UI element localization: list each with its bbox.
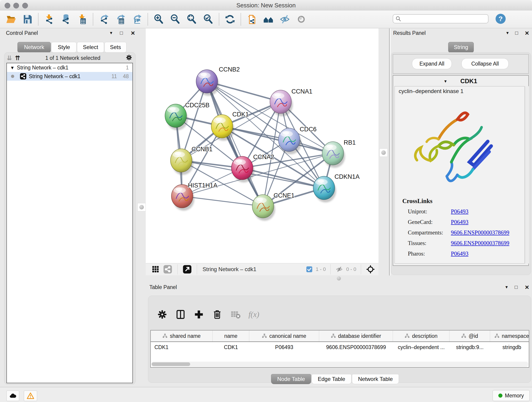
- network-node-ccna1[interactable]: [270, 90, 293, 116]
- table-row[interactable]: CDK1CDK1P064939606.ENSP00000378699cyclin…: [151, 342, 529, 352]
- results-panel-close-icon[interactable]: ✕: [525, 30, 529, 36]
- network-tree-row[interactable]: ▾ String Network – cdk1 1: [7, 63, 133, 72]
- expand-all-networks-icon[interactable]: ⇈: [15, 55, 20, 62]
- control-panel-float-icon[interactable]: □: [120, 30, 123, 36]
- column-header-shared-name[interactable]: shared name: [151, 331, 213, 341]
- tab-sets[interactable]: Sets: [104, 42, 127, 52]
- node-label-cdc25b: CDC25B: [185, 102, 210, 109]
- eye-icon[interactable]: [295, 13, 308, 26]
- zoom-in-icon[interactable]: [152, 13, 165, 26]
- hidden-eye-slash-icon[interactable]: [336, 266, 343, 273]
- table-panel-collapse-icon[interactable]: ▾: [505, 284, 508, 291]
- zoom-out-icon[interactable]: [169, 13, 182, 26]
- control-panel-collapse-icon[interactable]: ▾: [110, 30, 112, 36]
- birdseye-crosshair-icon[interactable]: [366, 265, 375, 274]
- hide-eye-icon[interactable]: [278, 13, 291, 26]
- add-column-icon[interactable]: [192, 308, 205, 321]
- network-tree-row[interactable]: String Network – cdk1 11 48: [7, 72, 133, 81]
- tree-expand-icon[interactable]: ▾: [11, 65, 14, 71]
- cell--id[interactable]: stringdb:9...: [450, 342, 490, 352]
- cell-name[interactable]: CDK1: [213, 342, 249, 352]
- show-columns-icon[interactable]: [174, 308, 187, 321]
- network-node-cdc6[interactable]: [278, 128, 301, 154]
- memory-label: Memory: [505, 393, 524, 399]
- crosslink-link[interactable]: 9606.ENSP00000378699: [451, 240, 509, 246]
- home-icon[interactable]: [262, 13, 275, 26]
- network-view[interactable]: CCNB2 CCNA1 CDC25B CDK1 CDC6 RB1: [146, 28, 379, 263]
- tab-select[interactable]: Select: [77, 42, 104, 52]
- save-icon[interactable]: [21, 13, 34, 26]
- table-splitter-handle[interactable]: [337, 276, 341, 281]
- network-node-cdk1[interactable]: [211, 115, 234, 141]
- network-node-ccnb2[interactable]: [196, 70, 219, 96]
- right-splitter-handle[interactable]: [380, 148, 388, 157]
- column-header-namespace[interactable]: namespace: [490, 331, 529, 341]
- warning-icon[interactable]: [24, 390, 37, 401]
- export-image-icon[interactable]: [131, 13, 143, 26]
- table-panel-close-icon[interactable]: ✕: [525, 284, 529, 291]
- expand-all-button[interactable]: Expand All: [412, 58, 452, 69]
- import-network-icon[interactable]: [43, 13, 56, 26]
- crosslink-link[interactable]: P06493: [451, 208, 468, 215]
- tab-network-table[interactable]: Network Table: [352, 374, 399, 384]
- crosslink-link[interactable]: P06493: [451, 219, 468, 225]
- network-node-rb1[interactable]: [322, 142, 345, 168]
- column-header-database-identifier[interactable]: database identifier: [319, 331, 393, 341]
- crosslink-label: Pharos:: [408, 250, 451, 257]
- column-header-canonical-name[interactable]: canonical name: [249, 331, 319, 341]
- tab-style[interactable]: Style: [51, 42, 76, 52]
- control-panel-close-icon[interactable]: ✕: [131, 30, 135, 36]
- crosslink-link[interactable]: P06493: [451, 250, 468, 257]
- network-options-gear-icon[interactable]: [126, 54, 133, 62]
- column-header-description[interactable]: description: [393, 331, 450, 341]
- tab-network[interactable]: Network: [17, 42, 51, 52]
- network-node-ccna2[interactable]: [231, 156, 254, 182]
- network-edge[interactable]: [182, 196, 263, 206]
- table-hscrollbar-thumb[interactable]: [152, 362, 190, 366]
- import-table-icon[interactable]: [76, 13, 89, 26]
- table-panel-float-icon[interactable]: □: [515, 284, 518, 291]
- column-header-name[interactable]: name: [213, 331, 249, 341]
- tab-edge-table[interactable]: Edge Table: [312, 374, 351, 384]
- search-input[interactable]: [393, 14, 488, 23]
- collapse-all-networks-icon[interactable]: ⇊: [7, 55, 12, 62]
- import-database-icon[interactable]: [59, 13, 72, 26]
- collapse-all-button[interactable]: Collapse All: [462, 58, 509, 69]
- tab-node-table[interactable]: Node Table: [271, 374, 311, 384]
- zoom-selected-icon[interactable]: [202, 13, 215, 26]
- cell-description[interactable]: cyclin–dependent ...: [393, 342, 450, 352]
- view-network-icon[interactable]: [163, 265, 172, 274]
- column-header--id[interactable]: @id: [450, 331, 490, 341]
- cell-shared-name[interactable]: CDK1: [151, 342, 213, 352]
- network-node-ccne1[interactable]: [252, 195, 275, 221]
- results-splitter[interactable]: [389, 28, 390, 275]
- results-panel-collapse-icon[interactable]: ▾: [506, 30, 509, 36]
- left-splitter-handle[interactable]: [138, 203, 146, 211]
- network-node-cdkn1a[interactable]: [313, 176, 336, 202]
- view-grid-icon[interactable]: [152, 265, 159, 273]
- search-field[interactable]: [401, 16, 485, 22]
- cell-namespace[interactable]: stringdb: [490, 342, 529, 352]
- tab-string[interactable]: String: [448, 42, 474, 52]
- cloud-icon[interactable]: [6, 390, 19, 401]
- open-in-window-icon[interactable]: [183, 265, 192, 274]
- help-icon[interactable]: ?: [496, 14, 506, 24]
- gene-section-collapse-icon[interactable]: ▾: [444, 78, 447, 84]
- delete-column-icon[interactable]: [211, 308, 224, 321]
- table-options-gear-icon[interactable]: [156, 308, 169, 321]
- export-table-icon[interactable]: [114, 13, 127, 26]
- open-icon[interactable]: [5, 13, 17, 26]
- results-panel-float-icon[interactable]: □: [515, 30, 518, 36]
- table-hscrollbar[interactable]: [151, 362, 528, 367]
- zoom-fit-icon[interactable]: [185, 13, 198, 26]
- selected-checkbox-icon[interactable]: [306, 266, 312, 273]
- refresh-icon[interactable]: [224, 13, 236, 26]
- memory-button[interactable]: Memory: [493, 390, 530, 401]
- cell-database-identifier[interactable]: 9606.ENSP00000378699: [319, 342, 393, 352]
- cell-canonical-name[interactable]: P06493: [249, 342, 319, 352]
- crosslink-link[interactable]: 9606.ENSP00000378699: [451, 230, 509, 236]
- export-network-icon[interactable]: [98, 13, 110, 26]
- results-scrollbar[interactable]: [525, 86, 529, 264]
- network-file-icon[interactable]: [245, 13, 258, 26]
- network-node-cdc25b[interactable]: [165, 104, 188, 130]
